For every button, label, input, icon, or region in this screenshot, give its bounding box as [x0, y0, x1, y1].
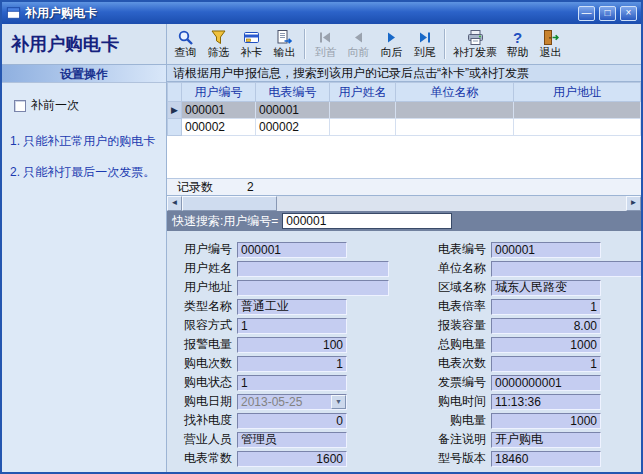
col-unit-name[interactable]: 单位名称	[396, 83, 514, 102]
scrollbar-track[interactable]	[277, 196, 626, 211]
query-button[interactable]: 查询	[169, 25, 202, 63]
cell-user-name[interactable]	[330, 102, 396, 119]
field-purchase-energy[interactable]: 1000	[491, 413, 601, 429]
help-icon: ?	[513, 29, 522, 46]
previous-record-icon	[350, 29, 367, 46]
table-row[interactable]: 000002 000002	[168, 119, 641, 136]
app-window: 补用户购电卡 — □ × 补用户购电卡 查询 筛选	[0, 0, 643, 474]
body: 设置操作 补前一次 1. 只能补正常用户的购电卡 2. 只能补打最后一次发票。 …	[2, 65, 641, 472]
field-area-name[interactable]: 城东人民路变	[491, 280, 601, 296]
export-button[interactable]: 输出	[268, 25, 301, 63]
field-user-number[interactable]: 000001	[237, 242, 347, 258]
cell-meter-number[interactable]: 000002	[256, 119, 330, 136]
help-button[interactable]: ? 帮助	[501, 25, 534, 63]
go-first-button[interactable]: 到首	[309, 25, 342, 63]
exit-door-icon	[542, 29, 559, 46]
cell-unit-name[interactable]	[396, 119, 514, 136]
horizontal-scrollbar[interactable]: ◄ ►	[167, 196, 641, 211]
go-previous-button[interactable]: 向前	[342, 25, 375, 63]
field-adjustment-energy[interactable]: 0	[237, 413, 347, 429]
field-purchase-count[interactable]: 1	[237, 356, 347, 372]
scroll-left-button[interactable]: ◄	[167, 196, 182, 211]
help-button-label: 帮助	[507, 46, 529, 59]
field-purchase-date[interactable]: 2013-05-25 ▼	[237, 394, 347, 410]
field-purchase-status[interactable]: 1	[237, 375, 347, 391]
field-adjustment-energy-label: 找补电度	[177, 412, 237, 429]
field-installed-capacity-label: 报装容量	[415, 317, 491, 334]
field-alarm-energy[interactable]: 100	[237, 337, 347, 353]
field-user-number-label: 用户编号	[177, 241, 237, 258]
card-icon	[243, 29, 260, 46]
col-meter-number[interactable]: 电表编号	[256, 83, 330, 102]
titlebar[interactable]: 补用户购电卡 — □ ×	[2, 2, 641, 24]
filter-button[interactable]: 筛选	[202, 25, 235, 63]
field-meter-count[interactable]: 1	[491, 356, 601, 372]
field-meter-ratio[interactable]: 1	[491, 299, 601, 315]
field-meter-ratio-label: 电表倍率	[415, 298, 491, 315]
record-count-label: 记录数	[167, 179, 213, 196]
next-record-icon	[383, 29, 400, 46]
window-icon	[6, 6, 21, 20]
field-model-version[interactable]: 18460	[491, 451, 601, 467]
field-meter-number[interactable]: 000001	[491, 242, 601, 258]
field-operator-label: 营业人员	[177, 431, 237, 448]
field-purchase-time[interactable]: 11:13:36	[491, 394, 601, 410]
sidebar-note-2: 2. 只能补打最后一次发票。	[10, 164, 158, 181]
field-purchase-status-label: 购电状态	[177, 374, 237, 391]
table-empty-area	[167, 136, 641, 178]
table-row[interactable]: ▶ 000001 000001	[168, 102, 641, 119]
minimize-button[interactable]: —	[578, 6, 595, 21]
cell-user-address[interactable]	[514, 119, 641, 136]
col-user-number[interactable]: 用户编号	[182, 83, 256, 102]
query-button-label: 查询	[175, 46, 197, 59]
quick-search-bar: 快速搜索:用户编号=	[167, 211, 641, 231]
field-user-name-label: 用户姓名	[177, 260, 237, 277]
field-user-address-label: 用户地址	[177, 279, 237, 296]
close-button[interactable]: ×	[620, 6, 637, 21]
record-count-value: 2	[247, 180, 254, 194]
col-user-name[interactable]: 用户姓名	[330, 83, 396, 102]
field-user-address[interactable]	[237, 280, 389, 296]
sidebar: 设置操作 补前一次 1. 只能补正常用户的购电卡 2. 只能补打最后一次发票。	[2, 65, 167, 472]
first-record-icon	[317, 29, 334, 46]
field-meter-number-label: 电表编号	[415, 241, 491, 258]
table-header-row: 用户编号 电表编号 用户姓名 单位名称 用户地址	[168, 83, 641, 102]
reissue-card-button[interactable]: 补卡	[235, 25, 268, 63]
scroll-right-button[interactable]: ►	[626, 196, 641, 211]
quick-search-input[interactable]	[282, 213, 452, 229]
field-meter-constant[interactable]: 1600	[237, 451, 347, 467]
field-installed-capacity[interactable]: 8.00	[491, 318, 601, 334]
window-title: 补用户购电卡	[25, 5, 574, 22]
cell-user-address[interactable]	[514, 102, 641, 119]
field-unit-name[interactable]	[491, 261, 643, 277]
field-type-name[interactable]: 普通工业	[237, 299, 347, 315]
reprint-invoice-button[interactable]: 补打发票	[449, 25, 501, 63]
field-capacity-limit-mode[interactable]: 1	[237, 318, 347, 334]
field-total-energy[interactable]: 1000	[491, 337, 601, 353]
field-purchase-time-label: 购电时间	[415, 393, 491, 410]
field-user-name[interactable]	[237, 261, 389, 277]
page-title: 补用户购电卡	[2, 24, 167, 64]
field-operator[interactable]: 管理员	[237, 432, 347, 448]
col-user-address[interactable]: 用户地址	[514, 83, 641, 102]
go-next-button[interactable]: 向后	[375, 25, 408, 63]
dropdown-arrow-icon[interactable]: ▼	[331, 395, 346, 409]
field-meter-count-label: 电表次数	[415, 355, 491, 372]
maximize-button[interactable]: □	[599, 6, 616, 21]
scrollbar-thumb[interactable]	[182, 196, 277, 211]
field-remark[interactable]: 开户购电	[491, 432, 601, 448]
cell-unit-name[interactable]	[396, 102, 514, 119]
cell-user-name[interactable]	[330, 119, 396, 136]
cell-user-number[interactable]: 000001	[182, 102, 256, 119]
filter-icon	[210, 29, 227, 46]
field-invoice-number[interactable]: 0000000001	[491, 375, 601, 391]
detail-form: 用户编号 000001 电表编号 000001 用户姓名 单位名称 用户地址 区…	[167, 231, 641, 472]
reissue-previous-checkbox-row[interactable]: 补前一次	[14, 97, 166, 114]
cell-user-number[interactable]: 000002	[182, 119, 256, 136]
exit-button[interactable]: 退出	[534, 25, 567, 63]
go-last-button[interactable]: 到尾	[408, 25, 441, 63]
reissue-card-button-label: 补卡	[241, 46, 263, 59]
cell-meter-number[interactable]: 000001	[256, 102, 330, 119]
reissue-previous-checkbox[interactable]	[14, 100, 26, 112]
row-selector-header	[168, 83, 182, 102]
